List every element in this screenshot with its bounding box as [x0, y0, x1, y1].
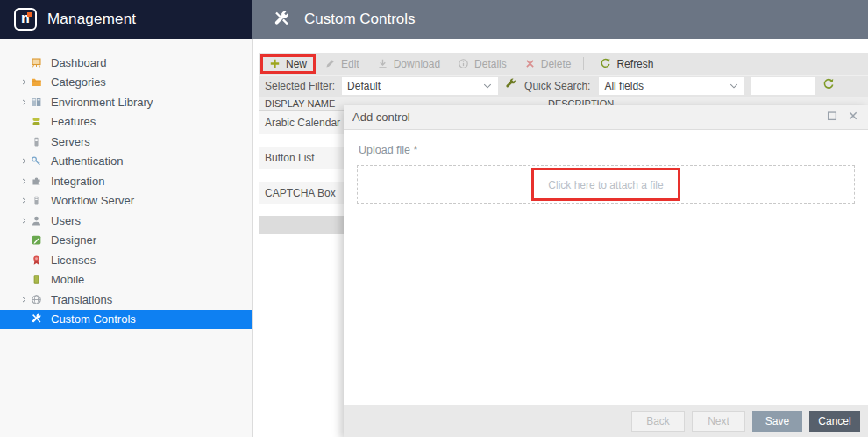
sidebar-item-environment-library[interactable]: Environment Library [0, 92, 252, 112]
library-icon [30, 96, 42, 108]
sidebar-item-label: Authentication [51, 154, 123, 168]
toolbar: NewEditDownloadDetailsDeleteRefresh [259, 53, 868, 76]
page-title: Custom Controls [304, 11, 416, 28]
details-button[interactable]: Details [449, 54, 516, 74]
sidebar-item-dashboard[interactable]: Dashboard [0, 53, 252, 73]
dialog-footer: BackNextSaveCancel [344, 405, 868, 437]
search-refresh-button[interactable] [822, 78, 835, 93]
puzzle-icon [30, 175, 42, 187]
globe-icon [30, 293, 42, 305]
toolbar-button-label: Edit [341, 58, 359, 70]
sidebar-item-label: Features [51, 115, 96, 128]
page-header: Custom Controls [252, 0, 868, 39]
refresh-button[interactable]: Refresh [591, 54, 662, 74]
server-icon [30, 195, 42, 207]
sidebar-item-label: Translations [51, 293, 112, 306]
filter-settings-button[interactable] [505, 78, 517, 93]
plus-icon [269, 58, 281, 69]
attach-file-text: Click here to attach a file [548, 179, 663, 191]
chevron-down-icon [729, 81, 739, 91]
sidebar-item-licenses[interactable]: Licenses [0, 250, 252, 270]
sidebar-item-label: Custom Controls [51, 312, 136, 326]
sidebar-item-authentication[interactable]: Authentication [0, 152, 252, 172]
sidebar: DashboardCategoriesEnvironment LibraryFe… [0, 39, 253, 437]
delete-button[interactable]: Delete [516, 54, 580, 74]
dialog-title: Add control [352, 111, 410, 124]
caret-spacer [18, 254, 30, 265]
save-button[interactable]: Save [752, 411, 802, 432]
expand-chevron-icon[interactable] [18, 97, 30, 107]
column-display-name[interactable]: DISPLAY NAME [265, 98, 335, 109]
expand-chevron-icon[interactable] [18, 176, 30, 186]
xmark-icon [524, 58, 536, 69]
filter-bar: Selected Filter: Default Quick Search: A… [259, 76, 868, 95]
tools-icon [30, 313, 42, 326]
sidebar-item-label: Designer [51, 233, 96, 247]
toolbar-separator [583, 57, 584, 70]
annotation-rectangle: Click here to attach a file [531, 168, 679, 201]
logo-dot [27, 12, 32, 17]
dialog-titlebar: Add control [344, 105, 868, 130]
close-icon [847, 110, 859, 122]
sidebar-item-servers[interactable]: Servers [0, 132, 252, 152]
sidebar-item-label: Users [51, 214, 81, 227]
sidebar-item-designer[interactable]: Designer [0, 231, 252, 251]
expand-chevron-icon[interactable] [18, 77, 30, 88]
maximize-button[interactable] [826, 110, 838, 125]
sidebar-item-mobile[interactable]: Mobile [0, 270, 252, 290]
download-button[interactable]: Download [368, 54, 449, 74]
sidebar-item-label: Licenses [51, 254, 96, 267]
features-icon [30, 116, 42, 128]
attach-file-area[interactable]: Click here to attach a file [357, 165, 855, 204]
selected-filter-dropdown[interactable]: Default [342, 77, 498, 95]
toolbar-button-label: New [286, 58, 307, 70]
close-button[interactable] [847, 110, 859, 125]
edit-button[interactable]: Edit [316, 54, 368, 74]
caret-spacer [18, 136, 30, 147]
upload-file-label: Upload file * [359, 144, 868, 156]
refresh-icon [600, 58, 611, 69]
sidebar-item-label: Workflow Server [51, 194, 134, 207]
info-icon [458, 58, 469, 69]
server-icon [30, 135, 42, 147]
quick-search-field-dropdown[interactable]: All fields [599, 77, 744, 95]
sidebar-item-users[interactable]: Users [0, 211, 252, 231]
toolbar-button-label: Refresh [616, 58, 653, 70]
sidebar-item-label: Environment Library [51, 96, 153, 109]
sidebar-item-features[interactable]: Features [0, 112, 252, 133]
app-header: n Management [0, 0, 252, 39]
sidebar-item-label: Dashboard [51, 56, 107, 69]
caret-spacer [18, 275, 30, 285]
caret-spacer [18, 235, 30, 246]
sidebar-item-custom-controls[interactable]: Custom Controls [0, 310, 252, 330]
cancel-button[interactable]: Cancel [809, 411, 860, 432]
custom-controls-icon [273, 11, 290, 28]
expand-chevron-icon[interactable] [18, 156, 30, 167]
back-button[interactable]: Back [631, 411, 685, 432]
toolbar-button-label: Download [394, 58, 440, 70]
folder-icon [30, 76, 42, 89]
new-button[interactable]: New [260, 54, 316, 74]
sidebar-item-categories[interactable]: Categories [0, 73, 252, 93]
mobile-icon [30, 274, 42, 286]
caret-spacer [18, 117, 30, 127]
easel-icon [30, 56, 42, 68]
app-logo: n [14, 8, 37, 31]
download-icon [377, 58, 388, 69]
expand-chevron-icon[interactable] [18, 294, 30, 304]
quick-search-input[interactable] [751, 77, 815, 95]
sidebar-item-translations[interactable]: Translations [0, 290, 252, 310]
caret-spacer [18, 57, 30, 68]
toolbar-button-label: Delete [541, 58, 572, 70]
next-button[interactable]: Next [692, 411, 745, 432]
pencil-icon [324, 58, 336, 69]
selected-filter-value: Default [347, 80, 381, 92]
wrench-icon [505, 78, 517, 90]
selected-filter-label: Selected Filter: [265, 80, 335, 92]
expand-chevron-icon[interactable] [18, 196, 30, 206]
license-icon [30, 254, 42, 266]
expand-chevron-icon[interactable] [18, 215, 30, 226]
sidebar-item-integration[interactable]: Integration [0, 171, 252, 191]
user-icon [30, 214, 42, 226]
sidebar-item-workflow-server[interactable]: Workflow Server [0, 191, 252, 211]
